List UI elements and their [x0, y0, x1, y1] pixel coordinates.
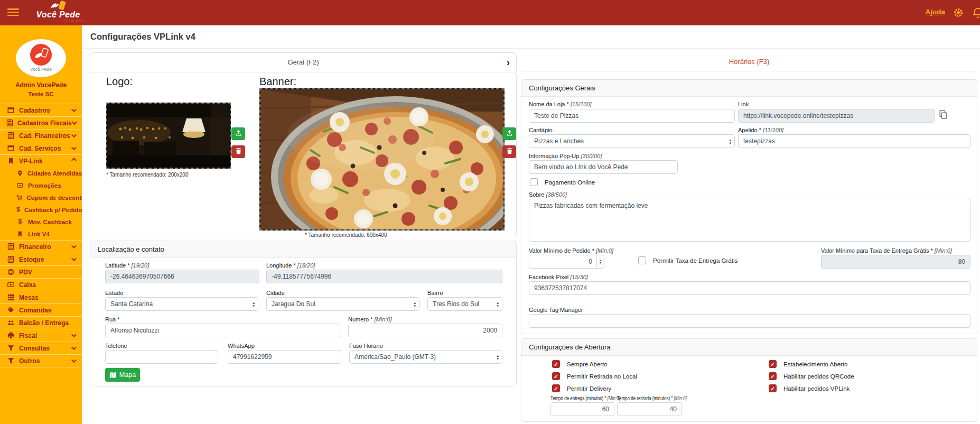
bell-icon[interactable]	[972, 7, 980, 19]
sidebar-item-mesas[interactable]: Mesas	[0, 291, 82, 303]
sidebar-item-label: Consultas	[19, 345, 71, 352]
tab-horarios[interactable]: Horários (F3)	[521, 52, 977, 71]
facebook-pixel-label: Facebook Pixel [15/30]	[529, 274, 588, 280]
sidebar-subitem-mov-cashback[interactable]: $Mov. Cashback	[0, 216, 82, 228]
hamburger-icon[interactable]	[7, 8, 19, 17]
sidebar-item-cadastros-fiscais[interactable]: Cadastros Fiscais	[0, 116, 82, 129]
people-icon	[6, 319, 15, 327]
logo-heading: Logo:	[106, 76, 133, 88]
checkbox-sempre-aberto[interactable]: ✓Sempre Aberto	[552, 360, 769, 368]
number-spinner-icon[interactable]: ▴▾	[596, 255, 604, 268]
checkbox-box[interactable]: ✓	[769, 360, 777, 368]
chevron-down-icon	[71, 107, 77, 112]
sidebar-subitem-cashback-p-pedido[interactable]: $Cashback p/ Pedido	[0, 204, 82, 216]
sidebar-item-label: Cadastros	[19, 107, 71, 114]
checkbox-box[interactable]: ✓	[552, 360, 560, 368]
chevron-down-icon	[71, 256, 77, 261]
sidebar-item-consultas[interactable]: Consultas	[0, 342, 82, 354]
brand-logo[interactable]: Você Pede Tô na mão!	[27, 1, 89, 23]
whatsapp-input[interactable]	[228, 350, 341, 364]
sidebar-subitem-link-v4[interactable]: Link V4	[0, 228, 82, 240]
telefone-input[interactable]	[105, 350, 218, 364]
popup-input[interactable]	[529, 160, 678, 174]
dollar-icon: $	[16, 219, 24, 225]
valor-minimo-taxa-label: Valor Mínimo para Taxa de Entrega Grátis…	[821, 247, 952, 254]
latitude-input[interactable]	[105, 270, 259, 283]
numero-input[interactable]	[348, 324, 502, 337]
facebook-pixel-input[interactable]	[529, 281, 970, 295]
bairro-select[interactable]: ▴ ▾	[427, 297, 502, 311]
logo-upload-button[interactable]	[231, 127, 245, 140]
sidebar-item-balcao-entrega[interactable]: Balcão / Entrega	[0, 316, 82, 329]
cardapio-select[interactable]: ▴ ▾	[529, 134, 735, 148]
sidebar-item-fiscal[interactable]: Fiscal	[0, 329, 82, 342]
sidebar-item-pdv[interactable]: PDV	[0, 265, 82, 278]
chevron-down-icon	[71, 345, 77, 350]
checkbox-permitir-retirada-no-local[interactable]: ✓Permitir Retirada no Local	[552, 372, 769, 380]
checkbox-box[interactable]	[530, 178, 538, 186]
checkbox-box[interactable]: ✓	[769, 372, 777, 380]
collapse-chevron-icon[interactable]: ›	[507, 53, 510, 72]
sidebar-item-cad-servicos[interactable]: Cad. Serviços	[0, 142, 82, 154]
sidebar-item-vp-link[interactable]: VP-Link	[0, 154, 82, 167]
nome-loja-label: Nome da Loja * [15/100]	[529, 101, 592, 107]
gear-icon[interactable]	[953, 7, 964, 19]
sidebar-item-outros[interactable]: Outros	[0, 354, 82, 367]
checkbox-box[interactable]: ✓	[769, 384, 777, 392]
help-link[interactable]: Ajuda	[925, 8, 945, 16]
sidebar-item-comandas[interactable]: Comandas	[0, 303, 82, 316]
longitude-label: Longitude * [18/20]	[266, 262, 315, 269]
checkbox-estabelecimento-aberto[interactable]: ✓Estabelecimento Aberto	[769, 360, 854, 368]
link-input[interactable]	[738, 109, 935, 123]
tempo-retirada-input[interactable]	[617, 402, 682, 416]
apelido-input[interactable]	[738, 134, 970, 148]
fuso-select[interactable]: ▴ ▾	[349, 350, 502, 364]
sidebar-subitem-label: Cashback p/ Pedido	[24, 207, 82, 213]
estado-select[interactable]: ▴ ▾	[105, 297, 258, 311]
rua-input[interactable]	[105, 324, 340, 337]
sidebar-item-caixa[interactable]: Caixa	[0, 278, 82, 291]
nome-loja-input[interactable]	[529, 109, 735, 123]
longitude-input[interactable]	[266, 270, 502, 283]
checkbox-box[interactable]: ✓	[552, 372, 560, 380]
sidebar-item-cad-financeiros[interactable]: Cad. Financeiros	[0, 129, 82, 142]
sidebar-item-label: Mesas	[19, 294, 78, 301]
brand-name: Você Pede	[27, 11, 89, 19]
sidebar-subitem-label: Promoções	[28, 182, 61, 189]
sobre-textarea[interactable]: Pizzas fabricadas com fermentação leve	[529, 199, 970, 242]
banner-image[interactable]	[259, 88, 505, 231]
logo-delete-button[interactable]	[231, 145, 245, 158]
checkbox-permitir-delivery[interactable]: ✓Permitir Delivery	[552, 384, 769, 392]
printer-icon	[6, 332, 15, 339]
localizacao-card-title: Localização e contato	[90, 241, 516, 258]
copy-icon[interactable]	[939, 110, 949, 121]
main-content: Configurações VPLink v4 Geral (F2) › Hor…	[82, 25, 980, 424]
grid-icon	[6, 294, 15, 301]
sidebar-subitem-cupom-de-desconto[interactable]: Cupom de desconto	[0, 191, 82, 204]
taxa-gratis-checkbox[interactable]: Permitir Taxa de Entrega Grátis	[638, 256, 738, 264]
checkbox-habilitar-pedidos-qrcode[interactable]: ✓Habilitar pedidos QRCode	[769, 372, 854, 380]
mapa-button[interactable]: Mapa	[105, 368, 140, 382]
checkbox-box[interactable]: ✓	[552, 384, 560, 392]
sidebar-item-financeiro[interactable]: Financeiro	[0, 240, 82, 253]
localizacao-card: Localização e contato Latitude * [19/20]…	[90, 241, 517, 386]
checkbox-habilitar-pedidos-vplink[interactable]: ✓Habilitar pedidos VPLink	[769, 384, 854, 392]
sidebar-item-estoque[interactable]: Estoque	[0, 253, 82, 265]
sidebar-subitem-promocoes[interactable]: Promoções	[0, 179, 82, 191]
banner-delete-button[interactable]	[502, 145, 516, 158]
tab-geral[interactable]: Geral (F2) ›	[90, 52, 517, 71]
logo-image[interactable]	[106, 103, 231, 169]
sidebar-item-cadastros[interactable]: Cadastros	[0, 104, 82, 116]
bookmark-icon	[6, 158, 15, 165]
tempo-entrega-input[interactable]	[550, 402, 614, 416]
gtm-input[interactable]	[529, 314, 970, 328]
checkbox-box[interactable]	[638, 256, 646, 264]
pagamento-online-checkbox[interactable]: Pagamento Online	[530, 178, 595, 186]
cidade-select[interactable]: ▴ ▾	[266, 297, 419, 311]
sidebar-subitem-cidades-atendidas[interactable]: Cidades Atendidas	[0, 167, 82, 179]
banner-upload-button[interactable]	[502, 127, 516, 140]
store-avatar[interactable]: Você Pede	[16, 39, 66, 77]
popup-label: Informação Pop-Up [30/200]	[529, 153, 602, 159]
valor-minimo-taxa-input[interactable]	[821, 255, 970, 269]
valor-minimo-stepper[interactable]: ▴▾	[529, 255, 604, 269]
